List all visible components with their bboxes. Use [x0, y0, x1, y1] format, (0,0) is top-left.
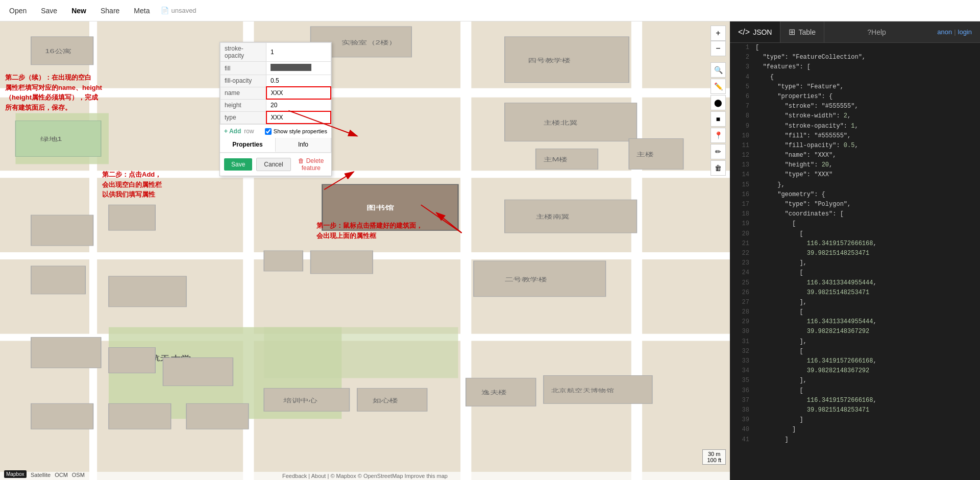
svg-text:16公寓: 16公寓: [45, 48, 71, 54]
cancel-button[interactable]: Cancel: [256, 158, 290, 171]
json-line: 34 39.98282148367292: [730, 366, 980, 376]
json-line: 33 116.34191572666168,: [730, 356, 980, 366]
properties-popup: stroke-opacity 1 fill fill-opacity 0.5 n…: [219, 42, 332, 176]
scale-bar: 30 m 100 ft: [702, 449, 726, 465]
json-line: 20 [: [730, 229, 980, 239]
json-line: 32 [: [730, 347, 980, 356]
zoom-out-button[interactable]: −: [710, 41, 726, 56]
annotation-step2b: 第二步（续）：在出现的空白属性栏填写对应的name、height（height属…: [5, 73, 174, 112]
attribution: Feedback | About | © Mapbox © OpenStreet…: [0, 472, 730, 480]
tab-table[interactable]: ⊞ Table: [780, 21, 824, 42]
share-button[interactable]: Share: [97, 5, 122, 17]
svg-rect-50: [109, 348, 155, 373]
prop-key-height: height: [220, 99, 266, 111]
json-line: 18 "coordinates": [: [730, 209, 980, 219]
prop-key-stroke-opacity: stroke-opacity: [220, 43, 266, 62]
ocm-toggle[interactable]: OCM: [55, 472, 68, 478]
tab-json[interactable]: </> JSON: [730, 21, 780, 42]
svg-rect-11: [264, 327, 458, 378]
user-anon[interactable]: anon: [937, 28, 952, 36]
open-button[interactable]: Open: [6, 5, 30, 17]
json-line: 36 [: [730, 386, 980, 396]
prop-val-fill[interactable]: [266, 62, 331, 75]
tab-properties[interactable]: Properties: [220, 138, 276, 152]
json-line: 28 [: [730, 307, 980, 317]
annotation-step1: 第一步：鼠标点击搭建好的建筑面，会出现上面的属性框: [316, 221, 464, 241]
save-feature-button[interactable]: Save: [224, 158, 252, 171]
search-map-button[interactable]: 🔍: [710, 62, 726, 78]
svg-rect-52: [31, 403, 93, 429]
satellite-toggle[interactable]: Satellite: [31, 472, 51, 478]
prop-key-type: type: [220, 111, 266, 124]
svg-text:二号教学楼: 二号教学楼: [505, 276, 547, 282]
prop-val-height[interactable]: 20: [266, 99, 331, 111]
json-line: 9 "stroke-opacity": 1,: [730, 122, 980, 131]
svg-text:主楼北翼: 主楼北翼: [544, 119, 577, 125]
marker-button[interactable]: 📍: [710, 128, 726, 143]
add-row-button[interactable]: + Add: [224, 128, 241, 135]
edit-button[interactable]: ✏: [710, 144, 726, 159]
prop-key-name: name: [220, 87, 266, 99]
prop-val-fill-opacity[interactable]: 0.5: [266, 75, 331, 87]
save-button[interactable]: Save: [38, 5, 60, 17]
prop-row-name: name XXX: [220, 87, 331, 99]
prop-key-fill-opacity: fill-opacity: [220, 75, 266, 87]
annotation-step2: 第二步：点击Add，会出现空白的属性栏以供我们填写属性: [102, 170, 214, 200]
json-line: 23 ],: [730, 258, 980, 268]
prop-key-fill: fill: [220, 62, 266, 75]
json-line: 5 "type": "Feature",: [730, 82, 980, 92]
popup-footer: + Add row Show style properties: [220, 124, 331, 138]
prop-val-stroke-opacity[interactable]: 1: [266, 43, 331, 62]
map-drawing-toolbar: 🔍 ✏️ ⬤ ■ 📍 ✏ 🗑: [710, 62, 726, 176]
osm-toggle[interactable]: OSM: [72, 472, 85, 478]
json-line: 12 "name": "XXX",: [730, 151, 980, 160]
svg-text:实验室（2楼）: 实验室（2楼）: [341, 39, 397, 45]
json-line: 2 "type": "FeatureCollection",: [730, 53, 980, 62]
meta-button[interactable]: Meta: [131, 5, 153, 17]
json-line: 22 39.98215148253471: [730, 249, 980, 258]
new-button[interactable]: New: [68, 5, 89, 17]
show-style-checkbox[interactable]: [265, 128, 272, 135]
draw-point-button[interactable]: ✏️: [710, 79, 726, 94]
right-panel: </> JSON ⊞ Table ? Help anon | login 1[2…: [730, 21, 980, 480]
zoom-in-button[interactable]: +: [710, 26, 726, 41]
json-line: 25 116.34313344955444,: [730, 278, 980, 288]
map-area[interactable]: 实验室（2楼） 四号教学楼 工程训 16公寓 主楼北翼 主M楼 主楼 图书馆 主…: [0, 21, 730, 480]
svg-rect-32: [31, 215, 93, 246]
svg-rect-35: [109, 276, 186, 307]
svg-text:北京航空天博物馆: 北京航空天博物馆: [551, 388, 614, 394]
draw-square-button[interactable]: ■: [710, 111, 726, 127]
json-line: 16 "geometry": {: [730, 190, 980, 200]
json-editor[interactable]: 1[2 "type": "FeatureCollection",3 "featu…: [730, 43, 980, 480]
json-line: 26 39.98215148253471: [730, 288, 980, 298]
prop-val-name[interactable]: XXX: [266, 87, 331, 99]
tab-info[interactable]: Info: [276, 138, 331, 152]
svg-text:主楼: 主楼: [636, 151, 653, 157]
user-login[interactable]: login: [958, 28, 972, 36]
json-icon: </>: [738, 28, 750, 37]
right-panel-tabs: </> JSON ⊞ Table ? Help anon | login: [730, 21, 980, 43]
json-line: 40 ]: [730, 425, 980, 435]
json-line: 38 39.98215148253471: [730, 405, 980, 415]
prop-val-type[interactable]: XXX: [266, 111, 331, 124]
prop-row-height: height 20: [220, 99, 331, 111]
delete-feature-button[interactable]: 🗑 Delete feature: [295, 157, 327, 172]
json-line: 24 [: [730, 268, 980, 278]
tab-json-label: JSON: [753, 28, 772, 36]
draw-circle-button[interactable]: ⬤: [710, 95, 726, 110]
svg-rect-33: [109, 205, 155, 230]
json-line: 39 ]: [730, 415, 980, 425]
json-line: 35 ],: [730, 376, 980, 386]
json-line: 41 ]: [730, 435, 980, 445]
properties-table: stroke-opacity 1 fill fill-opacity 0.5 n…: [220, 42, 331, 124]
svg-text:主M楼: 主M楼: [544, 156, 568, 162]
json-line: 10 "fill": "#555555",: [730, 131, 980, 141]
tab-help[interactable]: ? Help: [859, 21, 894, 42]
map-bottom-labels: Satellite OCM OSM: [31, 472, 85, 478]
trash-button[interactable]: 🗑: [710, 160, 726, 176]
scale-30m: 30 m: [707, 451, 721, 457]
svg-text:如心楼: 如心楼: [373, 397, 398, 403]
scale-100ft: 100 ft: [707, 457, 721, 463]
prop-row-type: type XXX: [220, 111, 331, 124]
svg-rect-39: [311, 251, 373, 274]
